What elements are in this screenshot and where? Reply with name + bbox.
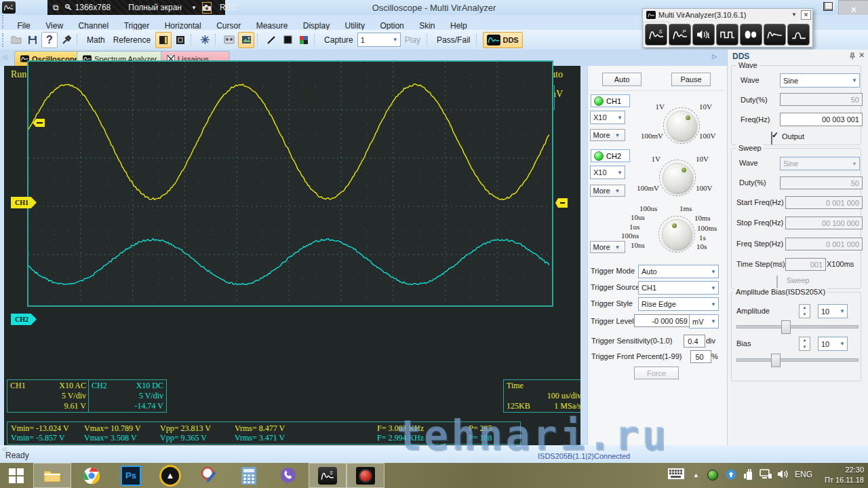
palette-icon[interactable] xyxy=(296,33,311,48)
math-button[interactable]: Math xyxy=(83,35,109,45)
cassette-icon[interactable] xyxy=(222,33,237,48)
time-info-box: Time 100 us/div 125KB1 MSa/s xyxy=(503,379,585,413)
time-more-button[interactable]: More▼ xyxy=(590,241,625,253)
freq-step-input[interactable]: 0 001 000 xyxy=(785,238,863,250)
ch2-volts-knob[interactable] xyxy=(663,163,692,193)
taskbar-aimp[interactable]: ▲ xyxy=(151,463,189,488)
graticule[interactable] xyxy=(27,60,553,307)
onedrive-icon[interactable] xyxy=(724,469,738,480)
pin-icon[interactable] xyxy=(849,52,856,60)
language-indicator[interactable]: ENG xyxy=(795,470,812,479)
mini-window-dropdown-icon[interactable]: ▼ xyxy=(791,12,797,18)
play-button[interactable]: Play xyxy=(401,35,425,45)
sweep-duty-input[interactable]: 50 xyxy=(780,176,863,189)
start-freq-input[interactable]: 0 001 000 xyxy=(785,196,863,209)
ch2-attenuation-select[interactable]: X10▼ xyxy=(590,166,625,179)
persistence-icon[interactable] xyxy=(197,33,212,48)
taskbar-calculator[interactable] xyxy=(230,463,268,488)
auto-button[interactable]: Auto xyxy=(602,73,642,86)
taskbar-viber[interactable] xyxy=(269,463,307,488)
ch1-more-button[interactable]: More▼ xyxy=(590,129,625,141)
camera-icon[interactable] xyxy=(202,2,212,14)
image-icon[interactable] xyxy=(238,32,254,48)
ch1-enable[interactable]: CH1 xyxy=(591,94,630,107)
usb-device-icon[interactable] xyxy=(743,468,754,481)
amplitude-slider-thumb[interactable] xyxy=(781,320,791,334)
fullscreen-icon[interactable] xyxy=(173,33,188,48)
trigger-mode-select[interactable]: Auto▼ xyxy=(638,265,719,278)
capture-mode[interactable]: Полный экран xyxy=(128,3,182,12)
sweep-wave-tool-icon[interactable] xyxy=(764,24,786,45)
taskbar-recorder[interactable] xyxy=(347,463,384,488)
amplitude-select[interactable]: 10▼ xyxy=(818,304,848,318)
touch-keyboard-icon[interactable] xyxy=(668,468,684,479)
passfail-button[interactable]: Pass/Fail xyxy=(433,35,474,45)
burst-wave-tool-icon[interactable] xyxy=(740,24,762,45)
pause-button[interactable]: Pause xyxy=(671,73,711,86)
tray-status-led-icon[interactable] xyxy=(707,470,718,481)
pulse-wave-tool-icon[interactable] xyxy=(787,24,810,45)
sweep-checkbox[interactable] xyxy=(776,276,778,288)
taskbar-chrome[interactable] xyxy=(73,463,111,488)
trigger-source-select[interactable]: CH1▼ xyxy=(638,281,719,295)
dds-close-icon[interactable]: ✕ xyxy=(859,51,865,60)
trigger-level-input[interactable]: -0 000 059 xyxy=(634,314,691,327)
trigger-front-input[interactable]: 50 xyxy=(690,350,711,363)
save-icon[interactable] xyxy=(25,33,40,48)
wave-type-select[interactable]: Sine▼ xyxy=(780,73,860,88)
magnifier-icon[interactable]: 🔍︎ xyxy=(64,3,73,12)
spectrum-tool-icon[interactable]: P xyxy=(669,24,691,45)
taskbar-paint-tool[interactable] xyxy=(191,463,229,488)
start-button[interactable] xyxy=(0,463,33,488)
trigger-sensitivity-input[interactable]: 0.4 xyxy=(684,335,705,348)
duty-input[interactable]: 50 xyxy=(780,93,863,106)
trigger-position-line[interactable] xyxy=(306,87,307,108)
tab-scroll-left-icon[interactable]: ◁ xyxy=(2,54,7,60)
tray-expand-icon[interactable]: ▲ xyxy=(693,472,699,478)
volume-icon[interactable] xyxy=(777,469,789,479)
clock[interactable]: 22:30 Пт 16.11.18 xyxy=(822,465,864,485)
bias-spinner[interactable]: ▲▼ xyxy=(799,337,810,351)
ch2-more-button[interactable]: More▼ xyxy=(590,185,625,197)
capture-count-select[interactable]: 1▼ xyxy=(357,33,401,47)
help-icon[interactable]: ? xyxy=(41,32,58,48)
stop-freq-input[interactable]: 00 100 000 xyxy=(785,217,863,229)
bias-select[interactable]: 10▼ xyxy=(818,337,848,351)
timebase-knob[interactable] xyxy=(662,219,692,249)
freq-input[interactable]: 00 003 001 xyxy=(780,113,863,126)
trigger-level-unit-select[interactable]: mV▼ xyxy=(689,314,719,329)
taskbar-viranalyzer[interactable]: S xyxy=(309,463,347,488)
ch1-volts-knob[interactable] xyxy=(667,111,696,140)
scope-tool-icon[interactable]: S xyxy=(645,24,667,45)
amplitude-spinner[interactable]: ▲▼ xyxy=(799,304,810,318)
taskbar-explorer[interactable] xyxy=(33,463,71,488)
vertical-scrollbar[interactable] xyxy=(580,66,587,446)
rec-label[interactable]: REC xyxy=(220,3,237,12)
capture-mode-dropdown-icon[interactable]: ▼ xyxy=(191,5,197,11)
reference-button[interactable]: Reference xyxy=(109,35,155,45)
tab-scroll-right-icon[interactable]: ▷ xyxy=(712,53,717,60)
amplitude-slider-track[interactable] xyxy=(736,325,859,329)
bias-slider-track[interactable] xyxy=(736,358,859,362)
signal-generator-tool-icon[interactable] xyxy=(692,24,715,45)
force-button[interactable]: Force xyxy=(634,367,679,379)
ch1-attenuation-select[interactable]: X10▼ xyxy=(590,111,625,124)
mini-window-close-icon[interactable]: ✕ xyxy=(801,10,811,20)
trigger-style-select[interactable]: Rise Edge▼ xyxy=(638,297,719,311)
open-file-icon[interactable] xyxy=(9,33,24,48)
network-icon[interactable] xyxy=(760,469,772,479)
square-wave-tool-icon[interactable] xyxy=(716,24,738,45)
dds-button[interactable]: DDS xyxy=(483,32,522,48)
restore-icon[interactable] xyxy=(823,2,833,11)
sweep-wave-select[interactable]: Sine▼ xyxy=(780,157,860,170)
ch2-enable[interactable]: CH2 xyxy=(591,149,630,162)
bias-slider-thumb[interactable] xyxy=(771,354,781,367)
time-step-input[interactable]: 001 xyxy=(785,258,826,271)
taskbar-photoshop[interactable]: Ps xyxy=(112,463,150,488)
panel-toggle-icon[interactable] xyxy=(155,32,172,48)
line-style-icon[interactable] xyxy=(264,33,279,48)
output-checkbox[interactable] xyxy=(771,132,772,145)
restore-window-icon[interactable]: ⧉ xyxy=(53,3,59,12)
background-color-icon[interactable] xyxy=(280,33,295,48)
tools-icon[interactable] xyxy=(59,33,74,48)
